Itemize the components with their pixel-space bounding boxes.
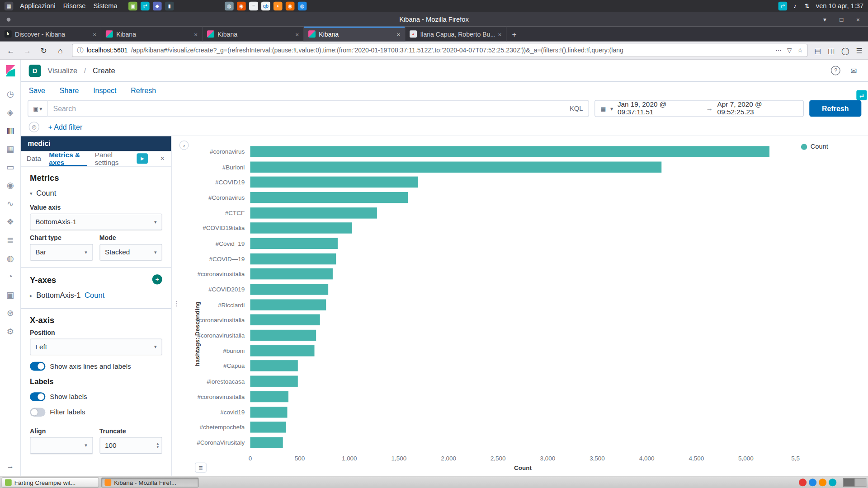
show-labels-toggle[interactable] — [30, 392, 45, 401]
sidebar-icon[interactable]: ◫ — [828, 46, 835, 54]
taskbar-window-button[interactable]: Kibana - Mozilla Firef... — [101, 477, 199, 487]
nav-siem-icon[interactable]: ▣ — [0, 286, 21, 304]
screenshot-tool-icon[interactable]: ▣ — [128, 2, 137, 11]
bar[interactable] — [250, 207, 377, 218]
y-axis-category-label[interactable]: #coronavirusitalla — [172, 332, 250, 339]
help-icon[interactable]: ? — [831, 66, 840, 75]
filter-labels-toggle[interactable] — [30, 408, 45, 417]
firefox-icon[interactable]: ◗ — [274, 2, 283, 11]
taskbar-tray-icon-3[interactable] — [819, 479, 826, 486]
bar[interactable] — [250, 161, 661, 172]
panel-resize-handle[interactable]: ⋮ — [173, 300, 180, 308]
close-button[interactable]: × — [854, 16, 863, 23]
value-axis-select[interactable]: BottomAxis-1 ▾ — [30, 214, 162, 230]
nav-uptime-icon[interactable]: ◔ — [0, 267, 21, 285]
bar[interactable] — [250, 330, 316, 341]
legend-toggle-button[interactable]: ≣ — [195, 463, 207, 473]
bar[interactable] — [250, 146, 769, 157]
library-icon[interactable]: ▤ — [814, 46, 821, 54]
nav-logs-icon[interactable]: ≣ — [0, 231, 21, 249]
bar[interactable] — [250, 238, 337, 249]
gray-app-icon[interactable]: ◍ — [225, 2, 234, 11]
nav-recent-icon[interactable]: ◷ — [0, 84, 21, 103]
filter-options-icon[interactable]: ◎ — [29, 122, 39, 132]
y-axis-category-label[interactable]: #covid19 — [172, 408, 250, 415]
y-axis-category-label[interactable]: #Capua — [172, 363, 250, 370]
nav-dev-tools-icon[interactable]: ⊛ — [0, 304, 21, 322]
bar[interactable] — [250, 223, 352, 234]
y-axis-category-label[interactable]: #CTCF — [172, 210, 250, 216]
date-from[interactable]: Jan 19, 2020 @ 09:37:11.51 — [618, 101, 702, 116]
nav-collapse-icon[interactable]: → — [7, 462, 14, 470]
nav-apm-icon[interactable]: ◍ — [0, 249, 21, 267]
pocket-icon[interactable]: ▽ — [787, 47, 792, 54]
mode-select[interactable]: Stacked ▾ — [99, 244, 162, 261]
bar[interactable] — [250, 422, 286, 432]
account-icon[interactable]: ◯ — [841, 46, 849, 54]
y-axis-category-label[interactable]: #burioni — [172, 347, 250, 354]
discard-changes-icon[interactable]: × — [160, 155, 164, 163]
y-axis-category-label[interactable]: #COVID—19 — [172, 255, 250, 262]
bar[interactable] — [250, 299, 326, 310]
chart-type-select[interactable]: Bar ▾ — [30, 244, 93, 261]
nav-discover-icon[interactable]: ◈ — [0, 103, 21, 121]
taskbar-tray-icon-4[interactable] — [829, 479, 836, 486]
bar[interactable] — [250, 192, 408, 203]
text-editor-icon[interactable]: ≡ — [249, 2, 258, 11]
site-info-icon[interactable]: ⓘ — [77, 46, 83, 54]
y-axis-category-label[interactable]: #COVID2019 — [172, 286, 250, 293]
forward-button[interactable]: → — [22, 46, 32, 55]
remote-desktop-icon[interactable]: ⇄ — [141, 2, 150, 11]
nav-canvas-icon[interactable]: ▭ — [0, 158, 21, 176]
tab-data[interactable]: Data — [27, 151, 41, 166]
browser-tab[interactable]: Kibana× — [101, 27, 203, 42]
tab-close-icon[interactable]: × — [498, 31, 502, 38]
add-axis-button[interactable]: + — [152, 274, 162, 284]
tab-metrics-axes[interactable]: Metrics & axes — [49, 151, 87, 166]
volume-icon[interactable]: ♪ — [790, 2, 799, 11]
bar[interactable] — [250, 268, 332, 279]
bookmark-star-icon[interactable]: ☆ — [797, 47, 803, 54]
taskbar-tray-icon-2[interactable] — [809, 479, 816, 486]
photos-app-icon[interactable]: ◆ — [153, 2, 162, 11]
y-axis-category-label[interactable]: #coronavirusitalia — [172, 271, 250, 277]
qb-app-icon[interactable]: qb — [261, 2, 270, 11]
bar[interactable] — [250, 284, 328, 295]
reload-button[interactable]: ↻ — [39, 46, 49, 55]
newsfeed-icon[interactable]: ✉ — [850, 66, 857, 75]
date-picker[interactable]: ▦ ▾ Jan 19, 2020 @ 09:37:11.51 → Apr 7, … — [594, 100, 804, 117]
apply-changes-button[interactable]: ▶ — [137, 153, 148, 164]
inspect-link[interactable]: Inspect — [93, 86, 116, 94]
space-badge[interactable]: D — [29, 65, 41, 77]
minimize-button[interactable]: ▾ — [821, 16, 830, 23]
position-select[interactable]: Left ▾ — [30, 338, 162, 355]
terminal-icon[interactable]: ▮ — [165, 2, 174, 11]
browser-tab[interactable]: Kibana× — [203, 27, 304, 42]
y-axis-category-label[interactable]: #Covid_19 — [172, 240, 250, 247]
nav-visualize-icon[interactable]: ▥ — [0, 121, 21, 139]
tab-close-icon[interactable]: × — [295, 31, 299, 38]
workspace-cell[interactable] — [844, 479, 854, 486]
remote-desktop-tray-icon[interactable]: ⇄ — [778, 2, 788, 11]
bar[interactable] — [250, 253, 336, 264]
nav-dashboard-icon[interactable]: ▦ — [0, 140, 21, 158]
menu-applicazioni[interactable]: Applicazioni — [19, 2, 57, 10]
maximize-button[interactable]: □ — [837, 16, 846, 23]
refresh-link[interactable]: Refresh — [131, 86, 156, 94]
y-axis-category-label[interactable]: #coronarvirusitalia — [172, 317, 250, 324]
truncate-input[interactable] — [105, 441, 156, 449]
number-stepper[interactable]: ▲▼ — [156, 442, 159, 449]
kibana-logo[interactable] — [4, 65, 16, 77]
blue-app-icon[interactable]: ◍ — [298, 2, 307, 11]
y-axis-category-label[interactable]: #Ricciardi — [172, 301, 250, 308]
saved-query-menu-button[interactable]: ▣ ▾ — [28, 100, 47, 117]
bar[interactable] — [250, 345, 315, 356]
browser-tab[interactable]: ▲Ilaria Capua, Roberto Bu...× — [405, 27, 506, 42]
share-link[interactable]: Share — [60, 86, 79, 94]
count-accordion[interactable]: ▾ Count — [30, 189, 162, 197]
y-axis-category-label[interactable]: #chetempochefa — [172, 424, 250, 431]
window-titlebar[interactable]: Kibana - Mozilla Firefox ▾ □ × — [0, 12, 868, 27]
add-filter-link[interactable]: + Add filter — [48, 123, 83, 131]
bar[interactable] — [250, 361, 297, 371]
show-axis-lines-toggle[interactable] — [30, 362, 45, 371]
